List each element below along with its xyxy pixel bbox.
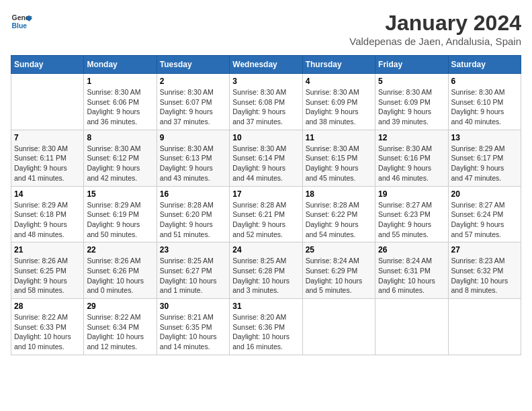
day-header-monday: Monday bbox=[84, 56, 157, 74]
calendar-cell: 30Sunrise: 8:21 AM Sunset: 6:35 PM Dayli… bbox=[157, 299, 229, 355]
calendar-cell: 26Sunrise: 8:24 AM Sunset: 6:31 PM Dayli… bbox=[375, 242, 448, 299]
day-header-saturday: Saturday bbox=[448, 56, 521, 74]
cell-content: Sunrise: 8:30 AM Sunset: 6:11 PM Dayligh… bbox=[14, 144, 81, 183]
calendar-cell: 19Sunrise: 8:27 AM Sunset: 6:23 PM Dayli… bbox=[375, 186, 448, 242]
cell-content: Sunrise: 8:30 AM Sunset: 6:16 PM Dayligh… bbox=[378, 144, 445, 183]
day-number: 26 bbox=[378, 245, 445, 255]
day-number: 17 bbox=[232, 189, 299, 199]
cell-content: Sunrise: 8:25 AM Sunset: 6:27 PM Dayligh… bbox=[160, 256, 226, 295]
cell-content: Sunrise: 8:22 AM Sunset: 6:34 PM Dayligh… bbox=[87, 312, 153, 352]
day-header-sunday: Sunday bbox=[11, 56, 84, 74]
logo: General Blue bbox=[11, 11, 32, 32]
cell-content: Sunrise: 8:30 AM Sunset: 6:13 PM Dayligh… bbox=[160, 144, 226, 183]
calendar-header-row: SundayMondayTuesdayWednesdayThursdayFrid… bbox=[11, 56, 521, 74]
cell-content: Sunrise: 8:22 AM Sunset: 6:33 PM Dayligh… bbox=[14, 312, 81, 352]
calendar-cell: 13Sunrise: 8:29 AM Sunset: 6:17 PM Dayli… bbox=[448, 130, 521, 186]
day-number: 14 bbox=[14, 189, 81, 199]
calendar-cell: 12Sunrise: 8:30 AM Sunset: 6:16 PM Dayli… bbox=[375, 130, 448, 186]
calendar-cell: 17Sunrise: 8:28 AM Sunset: 6:21 PM Dayli… bbox=[230, 186, 302, 242]
day-number: 27 bbox=[451, 245, 518, 255]
cell-content: Sunrise: 8:29 AM Sunset: 6:19 PM Dayligh… bbox=[87, 200, 153, 240]
page-header: General Blue January 2024 Valdepenas de … bbox=[11, 11, 521, 47]
day-number: 1 bbox=[87, 77, 153, 86]
calendar-cell: 16Sunrise: 8:28 AM Sunset: 6:20 PM Dayli… bbox=[157, 186, 229, 242]
day-number: 2 bbox=[160, 77, 226, 86]
calendar-cell: 18Sunrise: 8:28 AM Sunset: 6:22 PM Dayli… bbox=[302, 186, 375, 242]
calendar-cell: 25Sunrise: 8:24 AM Sunset: 6:29 PM Dayli… bbox=[302, 242, 375, 299]
day-number: 6 bbox=[451, 77, 518, 86]
cell-content: Sunrise: 8:25 AM Sunset: 6:28 PM Dayligh… bbox=[232, 256, 299, 295]
day-number: 19 bbox=[378, 189, 445, 199]
calendar-cell: 28Sunrise: 8:22 AM Sunset: 6:33 PM Dayli… bbox=[11, 299, 84, 355]
day-header-wednesday: Wednesday bbox=[230, 56, 302, 74]
calendar-week-row: 28Sunrise: 8:22 AM Sunset: 6:33 PM Dayli… bbox=[11, 299, 521, 355]
cell-content: Sunrise: 8:28 AM Sunset: 6:22 PM Dayligh… bbox=[306, 200, 372, 240]
calendar-week-row: 7Sunrise: 8:30 AM Sunset: 6:11 PM Daylig… bbox=[11, 130, 521, 186]
cell-content: Sunrise: 8:29 AM Sunset: 6:18 PM Dayligh… bbox=[14, 200, 81, 240]
calendar-cell: 3Sunrise: 8:30 AM Sunset: 6:08 PM Daylig… bbox=[230, 74, 302, 130]
calendar-cell: 27Sunrise: 8:23 AM Sunset: 6:32 PM Dayli… bbox=[448, 242, 521, 299]
cell-content: Sunrise: 8:30 AM Sunset: 6:09 PM Dayligh… bbox=[378, 87, 445, 127]
day-number: 9 bbox=[160, 133, 226, 142]
cell-content: Sunrise: 8:30 AM Sunset: 6:09 PM Dayligh… bbox=[306, 87, 372, 127]
calendar-cell: 9Sunrise: 8:30 AM Sunset: 6:13 PM Daylig… bbox=[157, 130, 229, 186]
cell-content: Sunrise: 8:27 AM Sunset: 6:24 PM Dayligh… bbox=[451, 200, 518, 240]
day-number: 20 bbox=[451, 189, 518, 199]
calendar-cell: 22Sunrise: 8:26 AM Sunset: 6:26 PM Dayli… bbox=[84, 242, 157, 299]
calendar-cell: 20Sunrise: 8:27 AM Sunset: 6:24 PM Dayli… bbox=[448, 186, 521, 242]
svg-text:Blue: Blue bbox=[12, 22, 28, 30]
day-number: 28 bbox=[14, 302, 81, 311]
day-header-thursday: Thursday bbox=[302, 56, 375, 74]
cell-content: Sunrise: 8:28 AM Sunset: 6:20 PM Dayligh… bbox=[160, 200, 226, 240]
day-number: 12 bbox=[378, 133, 445, 142]
calendar-cell bbox=[448, 299, 521, 355]
day-number: 22 bbox=[87, 245, 153, 255]
day-number: 16 bbox=[160, 189, 226, 199]
cell-content: Sunrise: 8:24 AM Sunset: 6:29 PM Dayligh… bbox=[306, 256, 372, 295]
cell-content: Sunrise: 8:30 AM Sunset: 6:15 PM Dayligh… bbox=[306, 144, 372, 183]
day-number: 24 bbox=[232, 245, 299, 255]
calendar-cell bbox=[375, 299, 448, 355]
cell-content: Sunrise: 8:30 AM Sunset: 6:07 PM Dayligh… bbox=[160, 87, 226, 127]
cell-content: Sunrise: 8:27 AM Sunset: 6:23 PM Dayligh… bbox=[378, 200, 445, 240]
cell-content: Sunrise: 8:24 AM Sunset: 6:31 PM Dayligh… bbox=[378, 256, 445, 295]
day-number: 15 bbox=[87, 189, 153, 199]
calendar-cell: 10Sunrise: 8:30 AM Sunset: 6:14 PM Dayli… bbox=[230, 130, 302, 186]
calendar-week-row: 1Sunrise: 8:30 AM Sunset: 6:06 PM Daylig… bbox=[11, 74, 521, 130]
cell-content: Sunrise: 8:29 AM Sunset: 6:17 PM Dayligh… bbox=[451, 144, 518, 183]
cell-content: Sunrise: 8:26 AM Sunset: 6:26 PM Dayligh… bbox=[87, 256, 153, 295]
day-number: 29 bbox=[87, 302, 153, 311]
calendar-cell: 11Sunrise: 8:30 AM Sunset: 6:15 PM Dayli… bbox=[302, 130, 375, 186]
calendar-table: SundayMondayTuesdayWednesdayThursdayFrid… bbox=[11, 55, 521, 355]
logo-icon: General Blue bbox=[11, 11, 32, 32]
cell-content: Sunrise: 8:20 AM Sunset: 6:36 PM Dayligh… bbox=[232, 312, 299, 352]
cell-content: Sunrise: 8:30 AM Sunset: 6:10 PM Dayligh… bbox=[451, 87, 518, 127]
day-number: 21 bbox=[14, 245, 81, 255]
day-number: 13 bbox=[451, 133, 518, 142]
calendar-cell: 7Sunrise: 8:30 AM Sunset: 6:11 PM Daylig… bbox=[11, 130, 84, 186]
calendar-cell: 23Sunrise: 8:25 AM Sunset: 6:27 PM Dayli… bbox=[157, 242, 229, 299]
title-area: January 2024 Valdepenas de Jaen, Andalus… bbox=[349, 11, 521, 47]
day-number: 7 bbox=[14, 133, 81, 142]
day-number: 11 bbox=[306, 133, 372, 142]
cell-content: Sunrise: 8:26 AM Sunset: 6:25 PM Dayligh… bbox=[14, 256, 81, 295]
cell-content: Sunrise: 8:23 AM Sunset: 6:32 PM Dayligh… bbox=[451, 256, 518, 295]
day-number: 30 bbox=[160, 302, 226, 311]
cell-content: Sunrise: 8:21 AM Sunset: 6:35 PM Dayligh… bbox=[160, 312, 226, 352]
calendar-week-row: 14Sunrise: 8:29 AM Sunset: 6:18 PM Dayli… bbox=[11, 186, 521, 242]
calendar-cell: 6Sunrise: 8:30 AM Sunset: 6:10 PM Daylig… bbox=[448, 74, 521, 130]
calendar-cell: 29Sunrise: 8:22 AM Sunset: 6:34 PM Dayli… bbox=[84, 299, 157, 355]
day-number: 31 bbox=[232, 302, 299, 311]
calendar-cell: 31Sunrise: 8:20 AM Sunset: 6:36 PM Dayli… bbox=[230, 299, 302, 355]
cell-content: Sunrise: 8:30 AM Sunset: 6:14 PM Dayligh… bbox=[232, 144, 299, 183]
calendar-cell bbox=[11, 74, 84, 130]
day-number: 25 bbox=[306, 245, 372, 255]
calendar-cell: 24Sunrise: 8:25 AM Sunset: 6:28 PM Dayli… bbox=[230, 242, 302, 299]
cell-content: Sunrise: 8:30 AM Sunset: 6:06 PM Dayligh… bbox=[87, 87, 153, 127]
calendar-cell: 2Sunrise: 8:30 AM Sunset: 6:07 PM Daylig… bbox=[157, 74, 229, 130]
calendar-week-row: 21Sunrise: 8:26 AM Sunset: 6:25 PM Dayli… bbox=[11, 242, 521, 299]
day-number: 3 bbox=[232, 77, 299, 86]
calendar-cell: 15Sunrise: 8:29 AM Sunset: 6:19 PM Dayli… bbox=[84, 186, 157, 242]
calendar-cell: 14Sunrise: 8:29 AM Sunset: 6:18 PM Dayli… bbox=[11, 186, 84, 242]
month-title: January 2024 bbox=[349, 11, 521, 36]
